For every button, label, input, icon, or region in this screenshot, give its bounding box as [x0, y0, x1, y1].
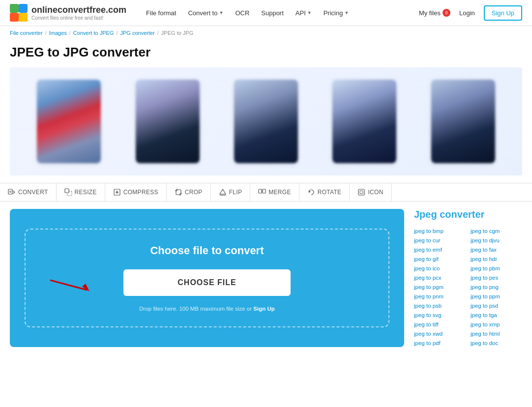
header: ↔ onlineconvertfree.com Convert files on…	[0, 0, 532, 26]
compress-icon	[113, 188, 121, 196]
sidebar-link[interactable]: jpeg to tga	[471, 311, 522, 319]
merge-icon	[258, 188, 266, 196]
main-content: Choose file to convert CHOOSE FILE Drop …	[0, 202, 532, 354]
sidebar-link[interactable]: jpeg to tiff	[414, 320, 466, 328]
toolbar-resize-label: RESIZE	[75, 189, 97, 196]
tool-card-5	[431, 80, 495, 163]
sidebar-link[interactable]: jpeg to psd	[471, 302, 522, 310]
nav-api[interactable]: API ▼	[291, 6, 317, 20]
sidebar-link[interactable]: jpeg to emf	[414, 246, 466, 254]
tool-card-2	[136, 80, 200, 163]
sidebar-link[interactable]: jpeg to pdf	[414, 339, 466, 347]
sidebar-link[interactable]: jpeg to svg	[414, 311, 466, 319]
sidebar-link[interactable]: jpeg to html	[471, 330, 522, 338]
sidebar-link[interactable]: jpeg to ppm	[471, 292, 522, 300]
breadcrumb-file-converter[interactable]: File converter	[10, 30, 43, 36]
sidebar-link[interactable]: jpeg to ico	[414, 264, 466, 272]
sidebar-title: Jpeg converter	[414, 209, 522, 220]
icon-icon	[357, 188, 365, 196]
sidebar-link[interactable]: jpeg to cur	[414, 236, 466, 244]
logo-icon: ↔	[10, 4, 28, 22]
sidebar-link[interactable]: jpeg to xwd	[414, 330, 466, 338]
sidebar-link[interactable]: jpeg to hdr	[471, 255, 522, 263]
toolbar-merge-label: MERGE	[268, 189, 291, 196]
tool-banner	[10, 67, 522, 175]
tool-card-3	[234, 80, 298, 163]
arrow-container: CHOOSE FILE	[35, 269, 379, 296]
upload-title: Choose file to convert	[150, 244, 264, 257]
svg-rect-20	[263, 189, 266, 193]
sidebar-links: jpeg to bmpjpeg to cgmjpeg to curjpeg to…	[414, 227, 522, 347]
chevron-down-icon: ▼	[344, 10, 349, 15]
breadcrumb-current: JPEG to JPG	[161, 30, 193, 36]
resize-icon	[64, 188, 72, 196]
sidebar-link[interactable]: jpeg to pbm	[471, 264, 522, 272]
sidebar-link[interactable]: jpeg to psb	[414, 302, 466, 310]
nav-file-format[interactable]: File format	[141, 6, 181, 20]
nav: File format Convert to ▼ OCR Support API…	[141, 6, 419, 20]
drop-info: Drop files here. 100 MB maximum file siz…	[139, 306, 274, 312]
svg-rect-23	[358, 189, 364, 195]
tool-card-1	[37, 80, 101, 163]
files-badge: 0	[443, 9, 450, 17]
upload-dashed-area: Choose file to convert CHOOSE FILE Drop …	[25, 229, 389, 327]
toolbar-flip[interactable]: FLIP	[211, 183, 251, 201]
breadcrumb-images[interactable]: Images	[49, 30, 67, 36]
tool-banner-inner	[10, 70, 522, 173]
toolbar-convert-label: CONVERT	[18, 189, 48, 196]
toolbar-compress[interactable]: COMPRESS	[105, 183, 167, 201]
sidebar-link[interactable]: jpeg to pes	[471, 274, 522, 282]
signup-button[interactable]: Sign Up	[484, 5, 522, 21]
flip-icon	[219, 188, 227, 196]
upload-section: Choose file to convert CHOOSE FILE Drop …	[10, 209, 404, 347]
svg-rect-8	[65, 189, 69, 193]
breadcrumb-jpg-converter[interactable]: JPG converter	[120, 30, 154, 36]
login-button[interactable]: Login	[455, 7, 479, 19]
nav-ocr[interactable]: OCR	[230, 6, 254, 20]
toolbar-rotate[interactable]: ROTATE	[299, 183, 350, 201]
nav-pricing[interactable]: Pricing ▼	[319, 6, 354, 20]
toolbar-icon[interactable]: ICON	[350, 183, 391, 201]
page-title: JPEG to JPG converter	[0, 40, 532, 67]
crop-icon	[175, 188, 182, 196]
convert-icon	[8, 188, 16, 196]
svg-marker-17	[220, 189, 226, 194]
toolbar-resize[interactable]: RESIZE	[57, 183, 105, 201]
sidebar: Jpeg converter jpeg to bmpjpeg to cgmjpe…	[414, 209, 522, 347]
header-right: My files 0 Login Sign Up	[419, 5, 522, 21]
toolbar-compress-label: COMPRESS	[123, 189, 158, 196]
svg-rect-19	[259, 189, 262, 193]
toolbar-crop[interactable]: CROP	[167, 183, 211, 201]
sidebar-link[interactable]: jpeg to xmp	[471, 320, 522, 328]
sidebar-link[interactable]: jpeg to cgm	[471, 227, 522, 235]
breadcrumb-convert-to-jpeg[interactable]: Convert to JPEG	[73, 30, 114, 36]
toolbar: CONVERT RESIZE COMPRESS CROP FLIP MERGE	[0, 183, 532, 202]
svg-marker-22	[309, 191, 311, 193]
choose-file-button[interactable]: CHOOSE FILE	[123, 269, 291, 296]
sidebar-link[interactable]: jpeg to pcx	[414, 274, 466, 282]
sidebar-link[interactable]: jpeg to bmp	[414, 227, 466, 235]
sidebar-link[interactable]: jpeg to png	[471, 283, 522, 291]
signup-link[interactable]: Sign Up	[253, 306, 274, 312]
logo-area: ↔ onlineconvertfree.com Convert files on…	[10, 4, 126, 22]
svg-line-25	[50, 280, 87, 290]
sidebar-link[interactable]: jpeg to fax	[471, 246, 522, 254]
chevron-down-icon: ▼	[307, 10, 312, 15]
sidebar-link[interactable]: jpeg to djvu	[471, 236, 522, 244]
nav-support[interactable]: Support	[256, 6, 289, 20]
logo-name: onlineconvertfree.com	[31, 5, 126, 15]
my-files-button[interactable]: My files 0	[419, 9, 450, 17]
tool-card-4	[332, 80, 396, 163]
toolbar-merge[interactable]: MERGE	[250, 183, 299, 201]
sidebar-link[interactable]: jpeg to pgm	[414, 283, 466, 291]
red-arrow	[50, 273, 99, 292]
sidebar-link[interactable]: jpeg to pnm	[414, 292, 466, 300]
toolbar-convert[interactable]: CONVERT	[0, 183, 57, 201]
toolbar-rotate-label: ROTATE	[318, 189, 342, 196]
nav-convert-to[interactable]: Convert to ▼	[183, 6, 228, 20]
breadcrumb: File converter / Images / Convert to JPE…	[0, 26, 532, 40]
chevron-down-icon: ▼	[219, 10, 223, 15]
sidebar-link[interactable]: jpeg to gif	[414, 255, 466, 263]
svg-rect-24	[360, 191, 363, 194]
sidebar-link[interactable]: jpeg to doc	[471, 339, 522, 347]
